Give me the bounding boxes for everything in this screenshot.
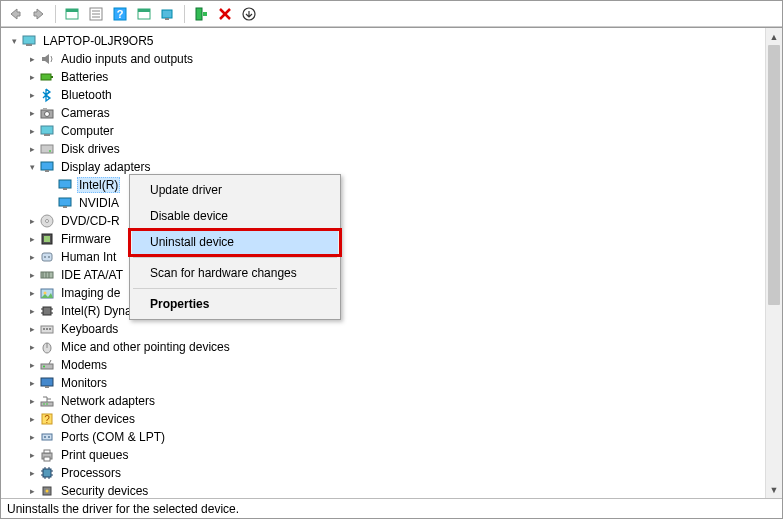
expand-icon[interactable]: ▸	[25, 304, 39, 318]
tree-category[interactable]: ▸Batteries	[3, 68, 763, 86]
expand-icon[interactable]: ▸	[25, 322, 39, 336]
down-button[interactable]	[239, 4, 259, 24]
tree-category[interactable]: ▸Computer	[3, 122, 763, 140]
expand-icon[interactable]: ▸	[25, 376, 39, 390]
tree-category[interactable]: ▸Mice and other pointing devices	[3, 338, 763, 356]
expand-icon[interactable]: ▸	[25, 394, 39, 408]
tree-category[interactable]: ▸Keyboards	[3, 320, 763, 338]
tree-category-label: Display adapters	[59, 159, 152, 175]
svg-point-64	[46, 403, 48, 405]
mouse-icon	[39, 339, 55, 355]
uninstall-button[interactable]	[215, 4, 235, 24]
tree-category-label: Print queues	[59, 447, 130, 463]
tree-category[interactable]: ▸Security devices	[3, 482, 763, 498]
display-icon	[39, 159, 55, 175]
monitor-icon	[39, 375, 55, 391]
tree-category-label: Computer	[59, 123, 116, 139]
tree-category[interactable]: ▸Cameras	[3, 104, 763, 122]
tree-category[interactable]: ▸Network adapters	[3, 392, 763, 410]
tree-category[interactable]: ▸Print queues	[3, 446, 763, 464]
context-menu-item[interactable]: Update driver	[132, 177, 338, 203]
tree-category[interactable]: ▸Human Int	[3, 248, 763, 266]
svg-rect-30	[59, 180, 71, 188]
expand-icon[interactable]: ▸	[25, 70, 39, 84]
expand-icon[interactable]: ▸	[25, 250, 39, 264]
scan-button[interactable]	[158, 4, 178, 24]
update-driver-button[interactable]	[134, 4, 154, 24]
svg-text:?: ?	[44, 414, 50, 425]
tree-device[interactable]: NVIDIA	[3, 194, 763, 212]
add-legacy-button[interactable]	[191, 4, 211, 24]
tree-category-label: Processors	[59, 465, 123, 481]
tree-category[interactable]: ▸?Other devices	[3, 410, 763, 428]
svg-point-35	[46, 220, 49, 223]
context-menu-item[interactable]: Properties	[132, 291, 338, 317]
forward-button[interactable]	[29, 4, 49, 24]
tree-category[interactable]: ▸Bluetooth	[3, 86, 763, 104]
back-button[interactable]	[5, 4, 25, 24]
expand-icon[interactable]: ▸	[25, 124, 39, 138]
expand-icon[interactable]: ▸	[25, 142, 39, 156]
expand-icon[interactable]: ▸	[25, 358, 39, 372]
context-menu-item[interactable]: Uninstall device	[132, 229, 338, 255]
tree-category-label: Mice and other pointing devices	[59, 339, 232, 355]
tree-category[interactable]: ▾Display adapters	[3, 158, 763, 176]
tree-root[interactable]: ▾LAPTOP-0LJR9OR5	[3, 32, 763, 50]
scroll-up-button[interactable]: ▲	[766, 28, 782, 45]
tree-category[interactable]: ▸Monitors	[3, 374, 763, 392]
expand-icon[interactable]: ▸	[25, 484, 39, 498]
tree-category[interactable]: ▸IDE ATA/AT	[3, 266, 763, 284]
expand-icon[interactable]: ▸	[25, 52, 39, 66]
expand-icon[interactable]: ▸	[25, 88, 39, 102]
svg-point-39	[44, 256, 46, 258]
tree-category[interactable]: ▸Disk drives	[3, 140, 763, 158]
svg-point-68	[44, 436, 46, 438]
tree-category-label: Firmware	[59, 231, 113, 247]
tree-category[interactable]: ▸Imaging de	[3, 284, 763, 302]
scroll-down-button[interactable]: ▼	[766, 481, 782, 498]
tree-category-label: DVD/CD-R	[59, 213, 122, 229]
status-bar: Uninstalls the driver for the selected d…	[1, 498, 782, 518]
expand-icon[interactable]: ▸	[25, 286, 39, 300]
tree-category[interactable]: ▸Audio inputs and outputs	[3, 50, 763, 68]
vertical-scrollbar[interactable]: ▲ ▼	[765, 28, 782, 498]
expand-icon[interactable]: ▸	[25, 340, 39, 354]
expand-icon[interactable]: ▸	[25, 430, 39, 444]
tree-category[interactable]: ▸Ports (COM & LPT)	[3, 428, 763, 446]
tree-category[interactable]: ▸Modems	[3, 356, 763, 374]
tree-root-label: LAPTOP-0LJR9OR5	[41, 33, 156, 49]
svg-rect-24	[41, 126, 53, 134]
security-icon	[39, 483, 55, 498]
svg-rect-67	[42, 434, 52, 440]
show-hidden-button[interactable]	[62, 4, 82, 24]
tree-category[interactable]: ▸Intel(R) Dynamic Platform and Thermal F…	[3, 302, 763, 320]
svg-rect-60	[41, 378, 53, 386]
hid-icon	[39, 249, 55, 265]
tree-category[interactable]: ▸DVD/CD-R	[3, 212, 763, 230]
expand-icon[interactable]: ▸	[25, 106, 39, 120]
help-button[interactable]: ?	[110, 4, 130, 24]
tree-category-label: Modems	[59, 357, 109, 373]
main-panel: ▾LAPTOP-0LJR9OR5▸Audio inputs and output…	[1, 27, 782, 498]
context-menu-item[interactable]: Scan for hardware changes	[132, 260, 338, 286]
collapse-icon[interactable]: ▾	[7, 34, 21, 48]
display-icon	[57, 177, 73, 193]
expand-icon[interactable]: ▸	[25, 412, 39, 426]
status-text: Uninstalls the driver for the selected d…	[7, 502, 239, 516]
device-tree[interactable]: ▾LAPTOP-0LJR9OR5▸Audio inputs and output…	[1, 28, 765, 498]
scroll-thumb[interactable]	[768, 45, 780, 305]
expand-icon[interactable]: ▸	[25, 448, 39, 462]
expand-icon[interactable]: ▸	[25, 268, 39, 282]
collapse-icon[interactable]: ▾	[25, 160, 39, 174]
expand-icon[interactable]: ▸	[25, 214, 39, 228]
expand-icon[interactable]: ▸	[25, 466, 39, 480]
tree-device[interactable]: Intel(R)	[3, 176, 763, 194]
svg-point-63	[43, 403, 45, 405]
twisty-none	[43, 196, 57, 210]
properties-button[interactable]	[86, 4, 106, 24]
tree-category[interactable]: ▸Firmware	[3, 230, 763, 248]
context-menu-item[interactable]: Disable device	[132, 203, 338, 229]
expand-icon[interactable]: ▸	[25, 232, 39, 246]
svg-rect-12	[196, 8, 202, 20]
tree-category[interactable]: ▸Processors	[3, 464, 763, 482]
